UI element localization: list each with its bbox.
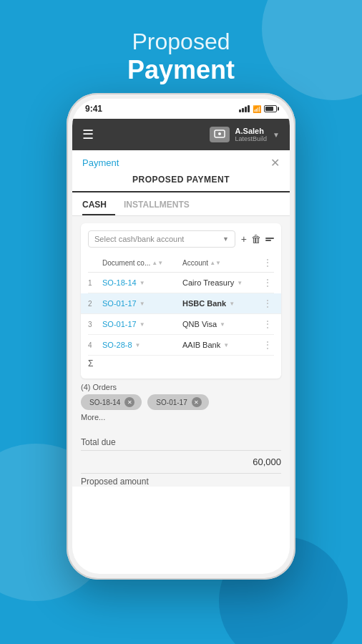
doc-chevron-3: ▼	[140, 321, 145, 328]
select-account-row: Select cash/bank account ▼ + 🗑	[88, 230, 274, 248]
action-icons: + 🗑	[241, 233, 274, 245]
total-amount: 60,000	[81, 454, 281, 470]
row-doc-1: SO-18-14 ▼	[102, 278, 182, 287]
page-header: Proposed Payment	[0, 29, 362, 85]
chip-2: SO-01-17 ✕	[147, 394, 208, 410]
content-area: Payment ✕ PROPOSED PAYMENT CASH INSTALLM…	[72, 150, 290, 487]
header-payment-text: Payment	[0, 55, 362, 85]
payment-header: Payment ✕	[72, 150, 290, 170]
table-row-highlighted: 2 SO-01-17 ▼ HSBC Bank ▼ ⋮	[81, 293, 281, 314]
tab-cash[interactable]: CASH	[82, 192, 115, 215]
app-bar-center: A.Saleh LatestBuild ▼	[210, 127, 280, 142]
signal-icon	[239, 105, 250, 112]
proposed-payment-title-bar: PROPOSED PAYMENT	[72, 170, 290, 192]
app-bar-chevron-icon[interactable]: ▼	[273, 131, 280, 139]
acc-chevron-2: ▼	[229, 301, 235, 307]
add-icon[interactable]: +	[241, 233, 247, 245]
th-document: Document co... ▲▼	[102, 256, 182, 269]
row-acc-4: AAIB Bank ▼	[182, 341, 263, 349]
acc-chevron-4: ▼	[223, 342, 229, 348]
doc-chevron-4: ▼	[135, 342, 141, 348]
row-acc-1: Cairo Treasury ▼	[182, 278, 263, 287]
phone-inner: 9:41 📶 ☰	[72, 99, 290, 574]
status-time: 9:41	[85, 104, 102, 114]
delete-icon[interactable]: 🗑	[251, 233, 261, 245]
chip-label-2: SO-01-17	[156, 399, 187, 406]
wifi-icon: 📶	[253, 105, 261, 113]
table-row-4: 4 SO-28-8 ▼ AAIB Bank ▼ ⋮	[88, 335, 274, 356]
app-bar-user-info: A.Saleh LatestBuild	[235, 127, 268, 142]
row-more-1[interactable]: ⋮	[263, 277, 274, 288]
proposed-divider	[81, 473, 281, 474]
payment-back-link[interactable]: Payment	[82, 157, 119, 168]
doc-chevron-2: ▼	[140, 301, 145, 307]
tab-installments[interactable]: INSTALLMENTS	[124, 192, 198, 215]
select-account-dropdown[interactable]: Select cash/bank account ▼	[88, 230, 235, 248]
row-num-3: 3	[88, 321, 102, 328]
status-icons: 📶	[239, 105, 277, 113]
proposed-amount-label: Proposed amount	[81, 477, 281, 487]
hamburger-icon[interactable]: ☰	[82, 127, 94, 142]
svg-point-1	[218, 132, 221, 135]
acc-chevron-1: ▼	[237, 280, 243, 286]
payment-card: Select cash/bank account ▼ + 🗑	[81, 223, 281, 379]
row-more-4[interactable]: ⋮	[263, 339, 274, 351]
phone-frame: 9:41 📶 ☰	[67, 93, 295, 580]
app-bar-username: A.Saleh	[235, 127, 264, 135]
more-options-header-icon[interactable]: ⋮	[263, 257, 273, 268]
main-content: Select cash/bank account ▼ + 🗑	[72, 216, 290, 429]
proposed-payment-title: PROPOSED PAYMENT	[132, 175, 230, 185]
app-bar-build: LatestBuild	[235, 135, 268, 142]
sort-acc-icon[interactable]: ▲▼	[210, 260, 221, 266]
chip-close-1[interactable]: ✕	[124, 397, 134, 407]
row-acc-3: QNB Visa ▼	[182, 320, 263, 328]
th-account: Account ▲▼	[182, 256, 263, 269]
doc-chevron-1: ▼	[140, 280, 145, 286]
status-bar: 9:41 📶	[72, 99, 290, 119]
row-doc-4: SO-28-8 ▼	[102, 341, 182, 349]
header-proposed-text: Proposed	[0, 29, 362, 55]
orders-count: (4) Orders	[81, 379, 281, 394]
more-link[interactable]: More...	[81, 413, 281, 421]
th-num	[88, 256, 102, 269]
close-button[interactable]: ✕	[270, 156, 280, 170]
row-num-4: 4	[88, 341, 102, 349]
total-section: Total due 60,000 Proposed amount	[72, 437, 290, 487]
total-due-label: Total due	[81, 437, 281, 447]
row-more-2[interactable]: ⋮	[263, 298, 274, 309]
order-chips: SO-18-14 ✕ SO-01-17 ✕	[81, 394, 281, 410]
row-doc-2: SO-01-17 ▼	[102, 299, 182, 308]
table-row-3: 3 SO-01-17 ▼ QNB Visa ▼ ⋮	[88, 314, 274, 335]
row-num-1: 1	[88, 279, 102, 287]
tabs-bar: CASH INSTALLMENTS	[72, 192, 290, 216]
dropdown-chevron-icon: ▼	[222, 235, 229, 243]
table-header: Document co... ▲▼ Account ▲▼ ⋮	[88, 253, 274, 273]
chip-1: SO-18-14 ✕	[81, 394, 142, 410]
select-account-placeholder: Select cash/bank account	[94, 235, 184, 243]
battery-icon	[264, 105, 277, 112]
user-avatar-icon	[210, 127, 230, 142]
th-more: ⋮	[263, 256, 274, 269]
table-row: 1 SO-18-14 ▼ Cairo Treasury ▼ ⋮	[88, 273, 274, 293]
acc-chevron-3: ▼	[220, 321, 225, 328]
sigma-row: Σ	[88, 356, 274, 371]
chip-label-1: SO-18-14	[89, 399, 120, 406]
row-doc-3: SO-01-17 ▼	[102, 320, 182, 328]
row-more-3[interactable]: ⋮	[263, 318, 274, 330]
filter-icon[interactable]	[265, 238, 274, 241]
app-bar: ☰ A.Saleh LatestBuild ▼	[72, 119, 290, 150]
sort-doc-icon[interactable]: ▲▼	[152, 260, 163, 266]
chip-close-2[interactable]: ✕	[192, 397, 202, 407]
row-num-2: 2	[88, 300, 102, 308]
total-divider	[81, 450, 281, 451]
row-acc-2: HSBC Bank ▼	[182, 299, 263, 308]
